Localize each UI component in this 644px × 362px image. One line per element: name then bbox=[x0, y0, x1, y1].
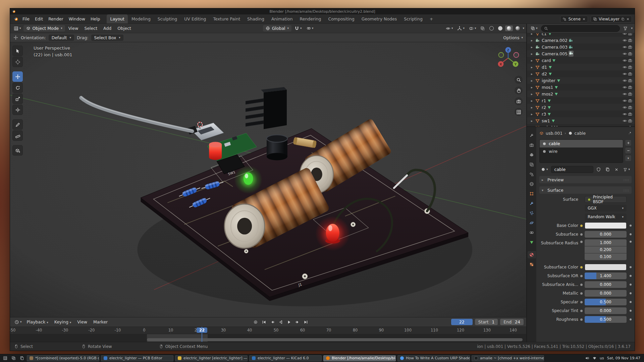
menu-object[interactable]: Object bbox=[115, 25, 134, 32]
animate-dot[interactable] bbox=[630, 233, 632, 235]
tab-compositing[interactable]: Compositing bbox=[325, 14, 358, 23]
radius-z-field[interactable]: 0.100 bbox=[585, 253, 627, 260]
disclosure-arrow[interactable]: ▸ bbox=[531, 45, 534, 49]
editor-type-button[interactable]: ▾ bbox=[12, 25, 23, 32]
menu-add[interactable]: Add bbox=[101, 25, 114, 32]
hide-eye-icon[interactable] bbox=[623, 33, 627, 36]
animate-dot[interactable] bbox=[630, 318, 632, 320]
radius-y-field[interactable]: 0.200 bbox=[585, 246, 627, 253]
next-keyframe-button[interactable] bbox=[294, 319, 302, 325]
animate-dot[interactable] bbox=[630, 310, 632, 312]
drag-select[interactable]: Select Box▾ bbox=[91, 35, 123, 41]
fake-user-button[interactable] bbox=[595, 167, 602, 172]
unlink-material-button[interactable] bbox=[613, 167, 620, 172]
particles-tab[interactable] bbox=[528, 209, 536, 217]
scene-tab[interactable] bbox=[528, 171, 536, 178]
remove-view-layer-icon[interactable] bbox=[626, 17, 630, 21]
keyboard-layout-indicator[interactable]: us bbox=[600, 356, 604, 360]
add-workspace-button[interactable]: + bbox=[426, 14, 436, 23]
snap-toggle[interactable]: ▾ bbox=[293, 25, 304, 32]
render-visibility-icon[interactable] bbox=[628, 78, 632, 83]
render-visibility-icon[interactable] bbox=[628, 72, 632, 76]
tab-layout[interactable]: Layout bbox=[107, 14, 128, 23]
animate-dot[interactable] bbox=[630, 301, 632, 303]
roughness-slider[interactable]: 0.500 bbox=[585, 316, 627, 323]
disclosure-arrow[interactable]: ▸ bbox=[531, 39, 534, 42]
specular-slider[interactable]: 0.500 bbox=[585, 299, 627, 305]
start-frame-field[interactable]: Start 1 bbox=[475, 319, 498, 325]
animate-dot[interactable] bbox=[630, 284, 632, 286]
annotate-tool[interactable] bbox=[12, 119, 23, 130]
render-visibility-icon[interactable] bbox=[628, 119, 632, 123]
scene-selector[interactable]: Scene bbox=[560, 16, 588, 22]
animate-dot[interactable] bbox=[630, 241, 632, 243]
constraints-tab[interactable] bbox=[528, 229, 536, 236]
modifiers-tab[interactable] bbox=[528, 200, 536, 207]
volume-icon[interactable] bbox=[585, 356, 589, 360]
preview-panel-header[interactable]: ▸ Preview :::: bbox=[539, 176, 632, 183]
render-tab[interactable] bbox=[528, 141, 536, 149]
hide-eye-icon[interactable] bbox=[623, 72, 627, 76]
subsurface-slider[interactable]: 0.000 bbox=[585, 231, 627, 238]
tab-animation[interactable]: Animation bbox=[268, 14, 296, 23]
hide-eye-icon[interactable] bbox=[623, 58, 627, 63]
render-visibility-icon[interactable] bbox=[628, 45, 632, 49]
surface-panel-header[interactable]: ▾ Surface :::: bbox=[539, 186, 632, 194]
select-box-tool[interactable] bbox=[12, 46, 23, 56]
show-desktop-icon[interactable] bbox=[10, 355, 17, 361]
outliner-row-d1[interactable]: ▸ d1 bbox=[527, 64, 635, 70]
render-visibility-icon[interactable] bbox=[628, 65, 632, 69]
tab-rendering[interactable]: Rendering bbox=[297, 14, 325, 23]
auto-keying-toggle[interactable] bbox=[252, 319, 260, 325]
disclosure-arrow[interactable]: ▸ bbox=[531, 33, 534, 36]
taskbar-window-kicad[interactable]: electric_lighter — KiCad 6.0 bbox=[249, 355, 322, 361]
render-visibility-icon[interactable] bbox=[628, 85, 632, 89]
animate-dot[interactable] bbox=[630, 266, 632, 268]
playhead-badge[interactable]: 22 bbox=[197, 327, 207, 333]
overlays-dropdown[interactable]: ▾ bbox=[467, 25, 478, 32]
render-visibility-icon[interactable] bbox=[628, 33, 632, 36]
animate-dot[interactable] bbox=[630, 275, 632, 277]
taskbar-window-terminal[interactable]: amalie ~ [chmod +x weird-internet-issues… bbox=[472, 355, 544, 361]
render-visibility-icon[interactable] bbox=[628, 58, 632, 63]
hide-eye-icon[interactable] bbox=[623, 99, 627, 103]
taskbar-window-browser[interactable]: How To Write A Custom URP Shader With DO… bbox=[397, 355, 470, 361]
texture-tab[interactable] bbox=[528, 261, 536, 268]
timeline-scrollbar[interactable] bbox=[147, 338, 523, 341]
tab-modeling[interactable]: Modeling bbox=[128, 14, 154, 23]
unlink-scene-icon[interactable] bbox=[582, 17, 586, 21]
jump-to-start-button[interactable] bbox=[260, 319, 268, 325]
transform-tool[interactable] bbox=[12, 105, 23, 115]
disclosure-arrow[interactable]: ▸ bbox=[531, 126, 534, 127]
disclosure-arrow[interactable]: ▸ bbox=[531, 65, 534, 69]
scale-tool[interactable] bbox=[12, 94, 23, 104]
render-visibility-icon[interactable] bbox=[628, 105, 632, 110]
navigation-gizmo[interactable]: Z X Y bbox=[493, 43, 524, 75]
outliner-row-mos1[interactable]: ▸ mos1 bbox=[527, 84, 635, 90]
play-button[interactable] bbox=[285, 319, 293, 325]
hide-eye-icon[interactable] bbox=[623, 119, 627, 123]
subsurface-ior-slider[interactable]: 1.400 bbox=[585, 273, 627, 279]
disclosure-arrow[interactable]: ▸ bbox=[531, 59, 534, 62]
disclosure-arrow[interactable]: ▸ bbox=[531, 79, 534, 82]
outliner-row-c1[interactable]: ▸ c1 bbox=[527, 33, 635, 37]
outliner-search-input[interactable] bbox=[541, 25, 620, 32]
world-tab[interactable] bbox=[528, 180, 536, 188]
tab-shading[interactable]: Shading bbox=[244, 14, 268, 23]
gizmo-axis-neg-x[interactable] bbox=[514, 53, 519, 58]
end-frame-field[interactable]: End 24 bbox=[500, 319, 524, 325]
material-tab[interactable] bbox=[528, 251, 536, 258]
hide-eye-icon[interactable] bbox=[623, 125, 627, 127]
menu-window[interactable]: Window bbox=[66, 15, 88, 22]
outliner-row-r1[interactable]: ▸ r1 bbox=[527, 97, 635, 104]
viewport-3d[interactable]: SW1 J1 bbox=[10, 42, 526, 317]
current-frame-field[interactable]: 22 bbox=[451, 319, 473, 325]
hide-eye-icon[interactable] bbox=[623, 92, 627, 96]
view-layer-selector[interactable]: ViewLayer bbox=[591, 16, 632, 22]
disclosure-arrow[interactable]: ▸ bbox=[531, 112, 534, 116]
timeline-editor-type-button[interactable]: ▾ bbox=[13, 319, 23, 325]
zoom-button[interactable] bbox=[515, 76, 523, 84]
proportional-editing-toggle[interactable]: ▾ bbox=[305, 25, 315, 31]
taskbar-window-gimp[interactable]: *[combined] (exported)-5.0 (RGB color 8-… bbox=[27, 355, 99, 361]
breadcrumb-object[interactable]: usb.001 bbox=[546, 131, 562, 136]
